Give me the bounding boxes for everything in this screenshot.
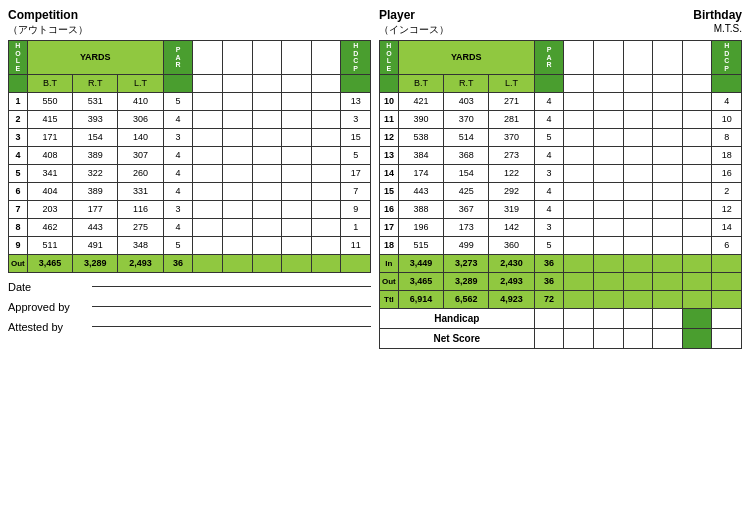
par-val: 4 <box>163 218 193 236</box>
par-val: 4 <box>534 110 564 128</box>
score1 <box>193 110 223 128</box>
hdcp-val: 5 <box>341 146 371 164</box>
r-score-sub-2 <box>593 74 623 92</box>
par-val: 3 <box>534 164 564 182</box>
left-row-6: 6 404 389 331 4 7 <box>9 182 371 200</box>
r-par-subheader <box>534 74 564 92</box>
score2 <box>222 92 252 110</box>
score3 <box>252 164 282 182</box>
hole-num: 4 <box>9 146 28 164</box>
score1 <box>193 128 223 146</box>
left-row-2: 2 415 393 306 4 3 <box>9 110 371 128</box>
par-val: 3 <box>534 218 564 236</box>
score2 <box>593 182 623 200</box>
score5 <box>311 200 341 218</box>
out2-s2 <box>593 272 623 290</box>
score1 <box>193 236 223 254</box>
handicap-label: Handicap <box>380 308 535 328</box>
bt-val: 390 <box>398 110 443 128</box>
score4 <box>653 92 683 110</box>
score3 <box>623 164 653 182</box>
in-s5 <box>682 254 712 272</box>
lt-val: 260 <box>118 164 163 182</box>
ttl-par: 72 <box>534 290 564 308</box>
score4 <box>282 182 312 200</box>
out2-label: Out <box>380 272 399 290</box>
score4 <box>282 146 312 164</box>
hdcp-val: 11 <box>341 236 371 254</box>
lt-val: 360 <box>489 236 534 254</box>
score1 <box>564 218 594 236</box>
r-hole-header: HOLE <box>380 41 399 75</box>
score-col-3 <box>252 41 282 75</box>
hdcp-val: 18 <box>712 146 742 164</box>
bottom-section: Date Approved by Attested by <box>8 281 371 333</box>
competition-subtitle: （アウトコース） <box>8 23 371 37</box>
lt-header: L.T <box>118 74 163 92</box>
bt-val: 388 <box>398 200 443 218</box>
rt-val: 154 <box>444 164 489 182</box>
lt-val: 331 <box>118 182 163 200</box>
score3 <box>252 200 282 218</box>
hole-num: 2 <box>9 110 28 128</box>
r-par-header: PAR <box>534 41 564 75</box>
in-par: 36 <box>534 254 564 272</box>
ttl-bt: 6,914 <box>398 290 443 308</box>
score4 <box>653 218 683 236</box>
out2-s4 <box>653 272 683 290</box>
par-val: 5 <box>534 236 564 254</box>
main-container: Competition （アウトコース） HOLE YARDS PAR HDCP <box>8 8 742 349</box>
lt-val: 370 <box>489 128 534 146</box>
hdcp-val: 15 <box>341 128 371 146</box>
par-subheader <box>163 74 193 92</box>
lt-val: 142 <box>489 218 534 236</box>
par-val: 4 <box>163 164 193 182</box>
out-hdcp <box>341 254 371 272</box>
hdcp-val: 12 <box>712 200 742 218</box>
score3 <box>252 218 282 236</box>
birthday-value: M.T.S. <box>693 23 742 34</box>
score4 <box>653 110 683 128</box>
netscore-par <box>534 328 564 348</box>
bt-val: 421 <box>398 92 443 110</box>
out-par: 36 <box>163 254 193 272</box>
score4 <box>653 236 683 254</box>
hole-num: 7 <box>9 200 28 218</box>
hdcp-val: 10 <box>712 110 742 128</box>
approved-line: Approved by <box>8 301 371 313</box>
in-totals-row: In 3,449 3,273 2,430 36 <box>380 254 742 272</box>
out-lt: 2,493 <box>118 254 163 272</box>
rt-val: 367 <box>444 200 489 218</box>
score5 <box>311 92 341 110</box>
out-rt: 3,289 <box>73 254 118 272</box>
right-scorecard: HOLE YARDS PAR HDCP B.T R.T L.T <box>379 40 742 349</box>
hdcp-val: 1 <box>341 218 371 236</box>
handicap-par <box>534 308 564 328</box>
score-sub-1 <box>193 74 223 92</box>
hdcp-val: 4 <box>712 92 742 110</box>
in-hdcp <box>712 254 742 272</box>
in-label: In <box>380 254 399 272</box>
hdcp-val: 6 <box>712 236 742 254</box>
score5 <box>682 200 712 218</box>
competition-title: Competition <box>8 8 371 22</box>
left-row-3: 3 171 154 140 3 15 <box>9 128 371 146</box>
in-s2 <box>593 254 623 272</box>
lt-val: 348 <box>118 236 163 254</box>
score2 <box>593 146 623 164</box>
lt-val: 275 <box>118 218 163 236</box>
score2 <box>593 110 623 128</box>
rt-val: 173 <box>444 218 489 236</box>
left-row-1: 1 550 531 410 5 13 <box>9 92 371 110</box>
lt-val: 410 <box>118 92 163 110</box>
hdcp-subheader <box>341 74 371 92</box>
right-row-16: 16 388 367 319 4 12 <box>380 200 742 218</box>
left-row-7: 7 203 177 116 3 9 <box>9 200 371 218</box>
score3 <box>623 92 653 110</box>
score2 <box>222 128 252 146</box>
netscore-label: Net Score <box>380 328 535 348</box>
ttl-totals-row: Ttl 6,914 6,562 4,923 72 <box>380 290 742 308</box>
left-row-8: 8 462 443 275 4 1 <box>9 218 371 236</box>
approved-rule <box>92 306 371 307</box>
score3 <box>252 110 282 128</box>
